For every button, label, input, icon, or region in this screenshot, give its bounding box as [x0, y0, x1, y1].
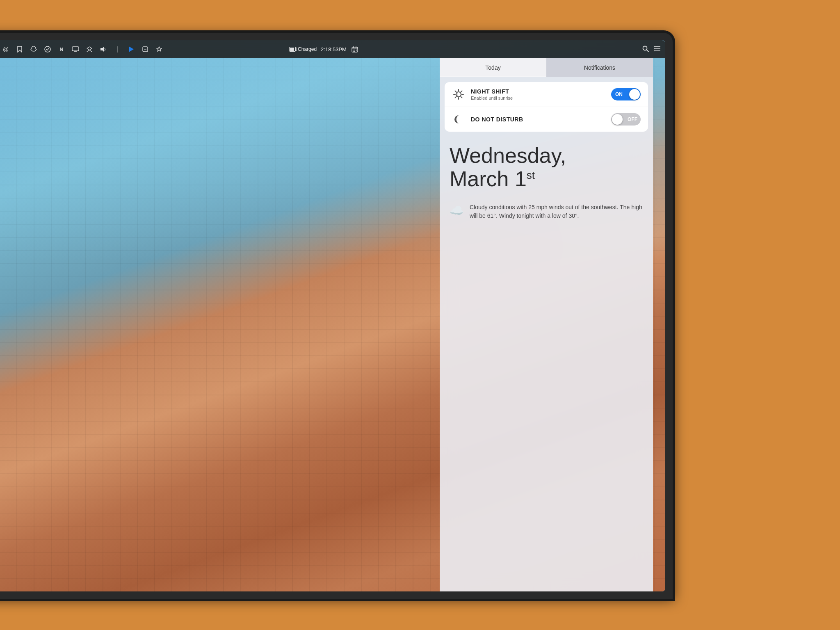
dnd-icon: [452, 113, 465, 126]
night-shift-subtitle: Enabled until sunrise: [471, 96, 605, 100]
dnd-toggle-label: OFF: [628, 116, 637, 122]
svg-marker-6: [100, 47, 104, 52]
svg-marker-5: [87, 47, 92, 52]
tab-notifications[interactable]: Notifications: [546, 58, 653, 77]
svg-point-25: [654, 50, 655, 51]
app1-menubar-icon[interactable]: [141, 45, 149, 53]
weather-section: ☁️ Cloudy conditions with 25 mph winds o…: [440, 199, 653, 224]
app2-menubar-icon[interactable]: [155, 45, 163, 53]
svg-rect-16: [353, 51, 354, 52]
month-day: March 1: [450, 167, 527, 191]
date-display: Wednesday, March 1st: [450, 144, 643, 191]
snapchat-menubar-icon[interactable]: [30, 45, 38, 53]
calendar-menubar-icon[interactable]: [351, 45, 359, 53]
svg-point-24: [654, 48, 655, 49]
svg-point-2: [45, 46, 50, 52]
n-menubar-icon[interactable]: N: [57, 45, 66, 53]
date-section: Wednesday, March 1st: [440, 132, 653, 199]
tab-today[interactable]: Today: [440, 58, 546, 77]
at-menubar-icon[interactable]: @: [2, 45, 10, 53]
night-shift-text: NIGHT SHIFT Enabled until sunrise: [471, 88, 605, 100]
menubar-center: Charged 2:18:53PM: [289, 45, 359, 53]
svg-line-34: [455, 97, 457, 98]
svg-rect-14: [354, 50, 355, 50]
nc-content-area: NIGHT SHIFT Enabled until sunrise ON: [440, 77, 653, 591]
menubar-right: [359, 46, 660, 53]
battery-indicator[interactable]: Charged: [289, 46, 317, 52]
date-superscript: st: [527, 169, 535, 181]
divider-menubar: |: [113, 45, 121, 53]
weather-icon: ☁️: [450, 204, 464, 217]
notification-center-panel: Today Notifications: [440, 58, 653, 591]
svg-rect-17: [354, 51, 355, 52]
night-shift-toggle[interactable]: ON: [611, 88, 641, 100]
svg-rect-13: [353, 50, 354, 50]
weather-description: Cloudy conditions with 25 mph winds out …: [470, 203, 643, 220]
monitor-menubar-icon[interactable]: [71, 45, 80, 53]
battery-status-label: Charged: [298, 46, 317, 52]
menubar-left: @ N: [0, 45, 289, 53]
dnd-toggle[interactable]: OFF: [611, 113, 641, 126]
bookmark-menubar-icon[interactable]: [16, 45, 24, 53]
toggle-card: NIGHT SHIFT Enabled until sunrise ON: [445, 82, 648, 132]
check-menubar-icon[interactable]: [43, 45, 52, 53]
monitor-shell: @ N: [0, 33, 673, 599]
svg-line-33: [461, 91, 462, 92]
battery-icon: [289, 47, 296, 52]
svg-point-23: [654, 46, 655, 47]
night-shift-icon: [452, 88, 465, 101]
night-shift-toggle-label: ON: [615, 91, 623, 97]
svg-rect-3: [72, 47, 79, 51]
dropbox-menubar-icon[interactable]: [85, 45, 94, 53]
clock-display: 2:18:53PM: [321, 46, 347, 52]
dnd-toggle-knob: [612, 114, 623, 125]
night-shift-row: NIGHT SHIFT Enabled until sunrise ON: [445, 82, 648, 107]
svg-line-32: [461, 97, 462, 98]
dnd-row: DO NOT DISTURB OFF: [445, 107, 648, 132]
day-name: Wednesday,: [450, 144, 566, 167]
svg-line-31: [455, 91, 457, 92]
night-shift-title: NIGHT SHIFT: [471, 88, 605, 95]
night-shift-toggle-knob: [629, 89, 640, 100]
svg-line-19: [647, 50, 649, 52]
menubar: @ N: [0, 40, 665, 58]
search-menubar-icon[interactable]: [642, 46, 649, 53]
nc-tab-bar: Today Notifications: [440, 58, 653, 77]
dnd-title: DO NOT DISTURB: [471, 116, 605, 123]
screen: @ N: [0, 40, 665, 591]
svg-rect-15: [356, 50, 357, 50]
dnd-text: DO NOT DISTURB: [471, 116, 605, 123]
play-menubar-icon[interactable]: [127, 45, 135, 53]
list-menubar-icon[interactable]: [654, 46, 660, 53]
volume-menubar-icon[interactable]: [99, 45, 107, 53]
